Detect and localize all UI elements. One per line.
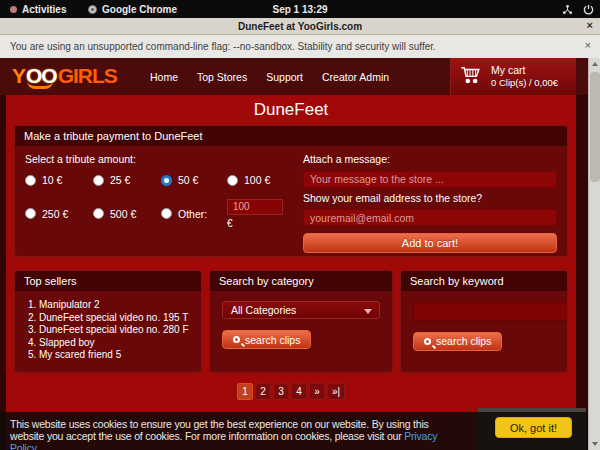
browser-viewport: Y OO GIRLS Home Top Stores Support Creat… (0, 58, 600, 450)
page-title: DuneFeet (6, 95, 576, 125)
radio-icon[interactable] (227, 175, 238, 186)
tribute-panel-header: Make a tribute payment to DuneFeet (15, 126, 567, 146)
page-content: DuneFeet Make a tribute payment to DuneF… (6, 95, 576, 450)
search-category-header: Search by category (210, 271, 392, 291)
top-seller-item[interactable]: Slapped boy (39, 337, 197, 350)
activities-button[interactable]: Activities (10, 0, 66, 18)
amount-option-25[interactable]: 25 € (93, 174, 161, 186)
other-amount-input[interactable] (227, 199, 283, 215)
cookie-consent-bar: This website uses cookies to ensure you … (0, 412, 588, 450)
search-keyword-body: search clips (401, 291, 567, 351)
window-titlebar[interactable]: DuneFeet at YooGirls.com × (0, 18, 600, 35)
unsupported-flag-infobar: You are using an unsupported command-lin… (0, 35, 600, 58)
window-title: DuneFeet at YooGirls.com (238, 21, 362, 32)
site-logo[interactable]: Y OO GIRLS (12, 61, 117, 91)
message-input[interactable] (303, 171, 557, 188)
nav-item-top-stores[interactable]: Top Stores (197, 71, 247, 83)
site-header: Y OO GIRLS Home Top Stores Support Creat… (0, 58, 588, 95)
power-icon[interactable] (583, 4, 594, 15)
search-keyword-header: Search by keyword (401, 271, 567, 291)
category-select[interactable]: All Categories (222, 301, 380, 319)
scrollbar-down-arrow[interactable] (589, 438, 600, 450)
amount-option-250[interactable]: 250 € (25, 199, 93, 229)
app-menu-label: Google Chrome (102, 4, 177, 15)
search-keyword-panel: Search by keyword search clips (400, 270, 568, 373)
top-seller-item[interactable]: DuneFeet special video no. 280 F (39, 324, 197, 337)
top-sellers-list: Manipulator 2 DuneFeet special video no.… (39, 299, 197, 362)
amount-option-other[interactable]: Other: (161, 199, 227, 229)
logo-text-2: GIRLS (58, 64, 117, 88)
other-amount-cell: € (227, 196, 287, 229)
cart-title: My cart (491, 64, 525, 76)
page-button-1[interactable]: 1 (237, 383, 253, 400)
network-icon[interactable] (562, 4, 573, 15)
cookie-text: This website uses cookies to ensure you … (10, 418, 429, 442)
amount-option-10[interactable]: 10 € (25, 174, 93, 186)
nav-item-support[interactable]: Support (266, 71, 303, 83)
amount-option-50[interactable]: 50 € (161, 174, 227, 186)
currency-label: € (227, 218, 287, 229)
radio-icon[interactable] (93, 175, 104, 186)
page-button-last[interactable]: »| (327, 383, 345, 400)
search-icon (424, 338, 431, 345)
app-menu[interactable]: Google Chrome (88, 0, 177, 18)
radio-icon[interactable] (25, 175, 36, 186)
warning-text: You are using an unsupported command-lin… (10, 41, 436, 52)
clock[interactable]: Sep 1 13:29 (272, 0, 327, 18)
amount-column: Select a tribute amount: 10 € 25 € 50 € … (25, 153, 287, 253)
nav-item-home[interactable]: Home (150, 71, 178, 83)
cart-icon (459, 64, 483, 90)
search-clips-keyword-button[interactable]: search clips (413, 332, 502, 351)
add-to-cart-button[interactable]: Add to cart! (303, 233, 557, 253)
top-seller-item[interactable]: DuneFeet special video no. 195 T (39, 312, 197, 325)
radio-icon[interactable] (93, 208, 104, 219)
logo-eyes: OO (25, 64, 58, 88)
logo-smile-icon (27, 81, 53, 89)
search-clips-category-button[interactable]: search clips (222, 330, 311, 349)
infobar-close-icon[interactable]: × (585, 39, 591, 51)
cart-summary: My cart 0 Clip(s) / 0,00€ (491, 64, 558, 89)
search-icon (233, 336, 240, 343)
category-select-value: All Categories (231, 304, 296, 316)
activities-label: Activities (22, 4, 66, 15)
activities-indicator-icon (10, 6, 17, 13)
system-tray (562, 0, 594, 18)
email-label: Show your email address to the store? (303, 192, 557, 204)
radio-icon[interactable] (161, 175, 172, 186)
amount-option-100[interactable]: 100 € (227, 174, 287, 186)
search-category-panel: Search by category All Categories search… (209, 270, 393, 373)
nav-item-creator-admin[interactable]: Creator Admin (322, 71, 389, 83)
radio-icon[interactable] (25, 208, 36, 219)
cart-count: 0 Clip(s) / 0,00€ (491, 77, 558, 88)
page-button-2[interactable]: 2 (255, 383, 271, 400)
scrollbar[interactable] (588, 58, 600, 450)
top-sellers-panel: Top sellers Manipulator 2 DuneFeet speci… (14, 270, 202, 373)
top-seller-item[interactable]: My scared friend 5 (39, 349, 197, 362)
radio-icon[interactable] (161, 208, 172, 219)
cookie-ok-button[interactable]: Ok, got it! (495, 417, 572, 438)
page-button-4[interactable]: 4 (291, 383, 307, 400)
keyword-input[interactable] (413, 302, 568, 321)
amount-label: Select a tribute amount: (25, 153, 287, 165)
top-seller-item[interactable]: Manipulator 2 (39, 299, 197, 312)
tribute-panel-body: Select a tribute amount: 10 € 25 € 50 € … (15, 146, 567, 253)
page-button-next[interactable]: » (309, 383, 325, 400)
main-nav: Home Top Stores Support Creator Admin (150, 58, 389, 95)
window-close-icon[interactable]: × (587, 19, 593, 31)
search-category-body: All Categories search clips (210, 291, 392, 349)
gnome-top-bar: Activities Google Chrome Sep 1 13:29 (0, 0, 600, 18)
scrollbar-thumb[interactable] (590, 72, 600, 182)
bottom-panels: Top sellers Manipulator 2 DuneFeet speci… (14, 270, 568, 373)
amount-option-500[interactable]: 500 € (93, 199, 161, 229)
email-input[interactable] (303, 209, 557, 226)
chrome-icon (88, 5, 97, 14)
scrollbar-up-arrow[interactable] (589, 58, 600, 70)
clock-label: Sep 1 13:29 (272, 4, 327, 15)
message-label: Attach a message: (303, 153, 557, 165)
chevron-down-icon (364, 309, 372, 314)
my-cart-button[interactable]: My cart 0 Clip(s) / 0,00€ (450, 58, 576, 95)
amount-options: 10 € 25 € 50 € 100 € 250 € 500 € Other: … (25, 174, 287, 229)
screen: Activities Google Chrome Sep 1 13:29 Dun… (0, 0, 600, 450)
page-button-3[interactable]: 3 (273, 383, 289, 400)
top-sellers-header: Top sellers (15, 271, 201, 291)
